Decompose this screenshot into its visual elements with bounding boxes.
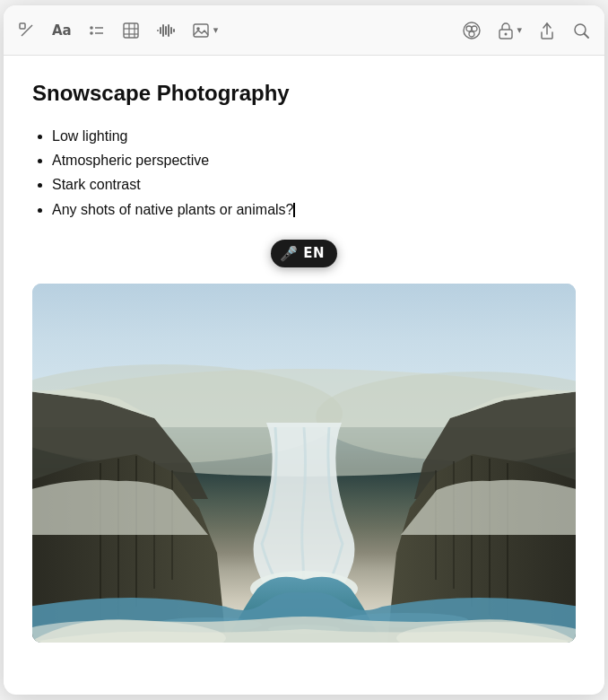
list-item: Atmospheric perspective: [52, 148, 576, 172]
svg-line-1: [22, 25, 32, 36]
list-item: Any shots of native plants or animals?: [52, 197, 576, 222]
search-icon[interactable]: [572, 22, 590, 39]
svg-point-2: [90, 26, 93, 30]
svg-point-21: [466, 26, 472, 31]
text-format-icon[interactable]: Aa: [52, 22, 72, 39]
pencil-icon[interactable]: [18, 22, 36, 39]
svg-rect-0: [20, 23, 25, 29]
mic-pill-wrapper: 🎤 EN: [32, 240, 576, 267]
image-chevron-icon: ▾: [213, 24, 219, 36]
microphone-icon: 🎤: [280, 245, 298, 262]
app-window: Aa: [4, 5, 604, 695]
svg-point-23: [469, 31, 474, 37]
lock-icon[interactable]: ▾: [498, 22, 522, 39]
svg-point-22: [472, 26, 477, 31]
image-insert-icon[interactable]: ▾: [192, 22, 219, 39]
language-label: EN: [303, 245, 325, 261]
svg-point-4: [90, 31, 93, 35]
document-content: Snowscape Photography Low lighting Atmos…: [4, 56, 604, 695]
list-item: Stark contrast: [52, 172, 576, 197]
accessibility-icon[interactable]: [462, 21, 482, 40]
svg-rect-6: [124, 23, 138, 38]
svg-line-28: [585, 33, 589, 38]
snowscape-photo: [32, 284, 576, 643]
photo-container: [32, 284, 576, 643]
list-icon[interactable]: [88, 22, 106, 39]
table-icon[interactable]: [122, 22, 140, 39]
svg-point-25: [505, 32, 508, 35]
lock-chevron-icon: ▾: [517, 24, 522, 36]
toolbar-right: ▾: [462, 21, 590, 40]
svg-rect-18: [194, 24, 208, 37]
document-title: Snowscape Photography: [32, 81, 576, 106]
toolbar: Aa: [4, 5, 604, 56]
list-item: Low lighting: [52, 124, 576, 148]
audio-wave-icon[interactable]: [156, 22, 176, 39]
share-icon[interactable]: [538, 21, 556, 40]
text-cursor: [293, 203, 295, 217]
bullet-list: Low lighting Atmospheric perspective Sta…: [32, 124, 576, 222]
mic-language-pill[interactable]: 🎤 EN: [271, 240, 337, 267]
